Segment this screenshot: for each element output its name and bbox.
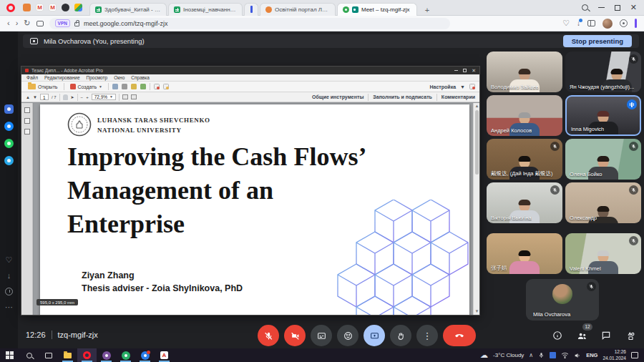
network-icon[interactable] bbox=[561, 352, 569, 358]
captions-button[interactable] bbox=[311, 325, 332, 346]
scroll-up-icon[interactable]: ▲ bbox=[474, 103, 480, 109]
participant-tile-speaking[interactable]: Inna Migovich bbox=[565, 95, 641, 136]
create-button[interactable]: Создать▼ bbox=[68, 83, 105, 90]
zoom-level-select[interactable]: 72,9%▼ bbox=[92, 94, 116, 100]
participant-tile[interactable]: Вікторія Вьюгіна bbox=[487, 182, 562, 223]
participant-tile[interactable]: Олена Бойко bbox=[565, 139, 641, 180]
url-text[interactable]: meet.google.com/tzq-mgif-zjx bbox=[84, 20, 168, 27]
email-icon[interactable] bbox=[131, 84, 137, 89]
maximize-icon[interactable] bbox=[615, 5, 620, 11]
reactions-button[interactable] bbox=[337, 325, 358, 346]
weather-cloud-icon[interactable]: ☁ bbox=[480, 351, 488, 359]
close-icon[interactable]: ✕ bbox=[630, 4, 637, 11]
fit-page-icon[interactable] bbox=[131, 94, 137, 99]
participant-tile[interactable]: Володимир Зайцев bbox=[487, 52, 562, 92]
next-page-icon[interactable]: ▼ bbox=[33, 95, 37, 99]
tray-expand-icon[interactable]: ∧ bbox=[529, 352, 533, 358]
gmail-icon[interactable]: M bbox=[49, 4, 57, 11]
menu-edit[interactable]: Редактирование bbox=[44, 75, 80, 80]
tab-pinned[interactable] bbox=[244, 3, 258, 16]
workspace-icon[interactable] bbox=[4, 104, 14, 114]
bookmark-heart-icon[interactable]: ♡ bbox=[562, 19, 570, 28]
tray-app-icon[interactable] bbox=[550, 352, 556, 358]
stop-presenting-button[interactable]: Stop presenting bbox=[563, 35, 632, 47]
fill-sign-tab[interactable]: Заполнить и подписать bbox=[373, 94, 432, 99]
acrobat-scrollbar[interactable]: ▲ ▼ bbox=[473, 103, 479, 315]
maximize-icon[interactable] bbox=[463, 69, 467, 72]
history-clock-icon[interactable] bbox=[5, 288, 13, 295]
camera-off-button[interactable] bbox=[284, 325, 306, 346]
search-icon[interactable] bbox=[582, 4, 588, 11]
participant-tile[interactable]: Ян Чжоудзя (yángzhōuji)... bbox=[565, 52, 641, 92]
open-button[interactable]: Открыть bbox=[26, 83, 60, 90]
thumbnails-panel-icon[interactable] bbox=[24, 107, 30, 113]
taskbar-search-icon[interactable] bbox=[19, 348, 39, 362]
url-field[interactable]: VPN meet.google.com/tzq-mgif-zjx bbox=[49, 18, 450, 29]
select-tool-icon[interactable]: ➤ bbox=[71, 94, 74, 99]
notification-center-icon[interactable] bbox=[631, 352, 638, 358]
messenger-icon[interactable] bbox=[4, 122, 14, 131]
mic-off-button[interactable] bbox=[258, 325, 279, 346]
back-icon[interactable]: ‹ bbox=[7, 19, 10, 27]
raise-hand-button[interactable] bbox=[390, 325, 411, 346]
clock-date[interactable]: 12:26 24.01.2024 bbox=[602, 349, 626, 361]
fit-width-icon[interactable] bbox=[122, 94, 128, 99]
tab-sheets-2[interactable]: Іноземці_навчання (по... bbox=[168, 3, 243, 16]
downloads-icon[interactable]: ↓ bbox=[577, 19, 580, 27]
zoom-out-icon[interactable]: − bbox=[81, 95, 84, 99]
download-arrow-icon[interactable]: ↓ bbox=[7, 272, 11, 280]
settings-gear-icon[interactable] bbox=[620, 19, 628, 27]
tray-mic-icon[interactable] bbox=[538, 351, 545, 359]
wishlist-heart-icon[interactable]: ♡ bbox=[6, 256, 13, 264]
whatsapp-icon[interactable] bbox=[4, 139, 14, 148]
tab-portal[interactable]: Освітній портал ЛНУ ім... bbox=[260, 3, 336, 16]
gmail-icon[interactable]: M bbox=[36, 4, 44, 11]
participant-tile[interactable]: Олександр bbox=[565, 182, 641, 223]
minimize-icon[interactable] bbox=[454, 70, 458, 71]
minimize-icon[interactable] bbox=[598, 7, 605, 9]
attachments-panel-icon[interactable] bbox=[24, 129, 30, 134]
menu-window[interactable]: Окно bbox=[114, 75, 125, 80]
new-tab-button[interactable]: + bbox=[421, 4, 433, 16]
wechat-icon[interactable] bbox=[116, 348, 135, 362]
globe-icon[interactable] bbox=[62, 4, 69, 11]
acrobat-title-bar[interactable]: Тезис Дипл... - Adobe Acrobat Pro ✕ bbox=[21, 67, 479, 74]
participant-tile[interactable]: 张子娟 bbox=[487, 233, 562, 274]
document-area[interactable]: LUHANSK TARAS SHEVCHENKO NATIONAL UNIVER… bbox=[34, 103, 473, 315]
panels-icon[interactable] bbox=[587, 20, 595, 26]
present-screen-button[interactable] bbox=[364, 325, 385, 346]
self-view-tile[interactable]: Mila Ovcharova bbox=[526, 279, 599, 321]
more-options-button[interactable]: ⋮ bbox=[416, 325, 438, 346]
vpn-badge[interactable]: VPN bbox=[55, 19, 70, 27]
weather-text[interactable]: -3°C Cloudy bbox=[493, 352, 524, 358]
participant-tile[interactable]: Valerii Khmel bbox=[565, 233, 641, 274]
close-icon[interactable]: ✕ bbox=[472, 68, 476, 73]
more-dots-icon[interactable]: ⋯ bbox=[5, 303, 13, 311]
opera-taskbar-icon[interactable] bbox=[77, 348, 97, 362]
hand-tool-icon[interactable] bbox=[63, 94, 68, 100]
acrobat-reader-icon[interactable]: A bbox=[155, 348, 174, 362]
opera-menu-button[interactable] bbox=[0, 0, 21, 16]
page-number-field[interactable]: 1 bbox=[40, 94, 49, 100]
participant-tile[interactable]: 戴银达, (Дай Інда 戴银达) bbox=[487, 139, 562, 180]
scroll-down-icon[interactable]: ▼ bbox=[474, 308, 480, 315]
prev-page-icon[interactable]: ▲ bbox=[26, 95, 30, 99]
sidebar-toggle[interactable] bbox=[635, 19, 637, 28]
comments-tab[interactable]: Комментарии bbox=[441, 94, 475, 99]
menu-help[interactable]: Справка bbox=[131, 75, 150, 80]
people-icon[interactable]: 12 bbox=[575, 328, 589, 343]
reload-icon[interactable]: ↻ bbox=[24, 19, 30, 27]
viber-icon[interactable] bbox=[97, 348, 116, 362]
profile-avatar[interactable] bbox=[602, 19, 613, 29]
info-icon[interactable] bbox=[550, 328, 565, 343]
file-explorer-icon[interactable] bbox=[58, 348, 77, 362]
convert-pdf-icon[interactable] bbox=[163, 84, 169, 89]
chat-icon[interactable] bbox=[599, 328, 613, 343]
zoom-in-icon[interactable]: + bbox=[86, 95, 89, 99]
tab-meet-active[interactable]: Meet – tzq-mgif-zjx bbox=[337, 3, 417, 16]
window-mode-icon[interactable] bbox=[469, 84, 475, 89]
participant-tile[interactable]: Андрей Колосов bbox=[487, 95, 562, 136]
browser-app-icon[interactable] bbox=[135, 348, 155, 362]
save-icon[interactable] bbox=[112, 84, 118, 89]
activities-icon[interactable] bbox=[623, 328, 638, 343]
